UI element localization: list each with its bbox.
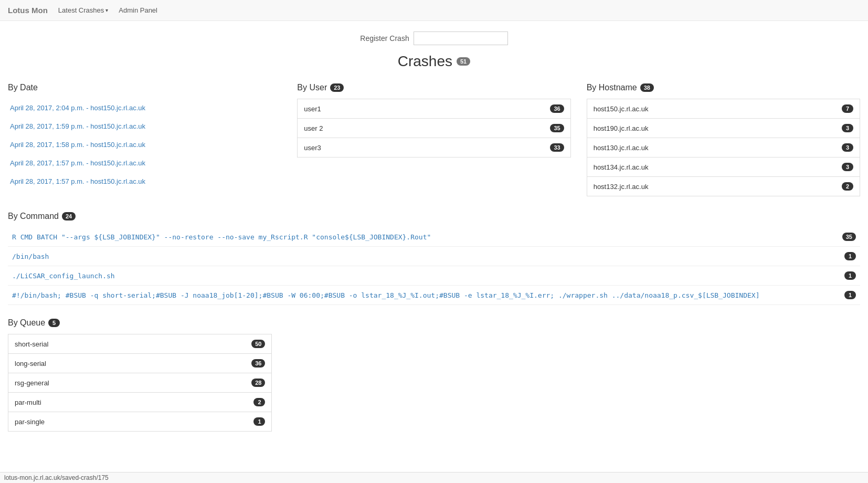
hostname-item-name: host132.jc.rl.ac.uk — [594, 183, 649, 191]
queue-item-name: par-single — [15, 418, 45, 426]
main-content: Register Crash Crashes 51 By Date April … — [0, 21, 868, 455]
list-item[interactable]: user1 36 — [297, 99, 570, 119]
date-list: April 28, 2017, 2:04 p.m. - host150.jc.r… — [8, 99, 281, 191]
command-item-text: ./LiCSAR_config_launch.sh — [12, 272, 123, 280]
user-list: user1 36 user 2 35 user3 33 — [297, 99, 570, 158]
by-command-section: By Command 24 R CMD BATCH "--args ${LSB_… — [8, 212, 860, 305]
user-item-name: user1 — [304, 105, 321, 113]
by-user-section: By User 23 user1 36 user 2 35 user3 33 — [297, 83, 570, 196]
register-crash-row: Register Crash — [8, 32, 860, 45]
list-item[interactable]: long-serial 36 — [8, 353, 272, 373]
list-item[interactable]: host134.jc.rl.ac.uk 3 — [587, 157, 860, 177]
queue-item-name: rsg-general — [15, 379, 49, 387]
list-item[interactable]: April 28, 2017, 1:57 p.m. - host150.jc.r… — [8, 172, 281, 191]
nav-admin-panel[interactable]: Admin Panel — [119, 6, 157, 14]
command-item-count: 35 — [842, 233, 856, 241]
list-item[interactable]: April 28, 2017, 1:57 p.m. - host150.jc.r… — [8, 154, 281, 173]
register-crash-label: Register Crash — [360, 34, 409, 43]
list-item[interactable]: user3 33 — [297, 138, 570, 158]
hostname-item-count: 2 — [842, 182, 853, 191]
by-queue-count-badge: 5 — [48, 319, 60, 327]
register-crash-input[interactable] — [414, 32, 508, 45]
three-column-section: By Date April 28, 2017, 2:04 p.m. - host… — [8, 83, 860, 196]
date-item-text: April 28, 2017, 1:59 p.m. - host150.jc.r… — [10, 122, 145, 130]
user-item-count: 36 — [550, 104, 564, 113]
queue-item-count: 1 — [253, 417, 265, 426]
hostname-item-name: host134.jc.rl.ac.uk — [594, 163, 649, 171]
hostname-item-name: host130.jc.rl.ac.uk — [594, 144, 649, 152]
user-item-name: user3 — [304, 144, 321, 152]
queue-item-name: short-serial — [15, 340, 48, 348]
date-item-text: April 28, 2017, 1:57 p.m. - host150.jc.r… — [10, 177, 145, 185]
command-item-text: R CMD BATCH "--args ${LSB_JOBINDEX}" --n… — [12, 233, 439, 241]
date-item-text: April 28, 2017, 2:04 p.m. - host150.jc.r… — [10, 104, 145, 112]
by-hostname-header: By Hostname 38 — [587, 83, 860, 92]
command-list: R CMD BATCH "--args ${LSB_JOBINDEX}" --n… — [8, 227, 860, 305]
user-item-count: 33 — [550, 143, 564, 152]
queue-list: short-serial 50 long-serial 36 rsg-gener… — [8, 334, 272, 432]
by-queue-header: By Queue 5 — [8, 318, 860, 328]
by-queue-title: By Queue — [8, 318, 45, 328]
hostname-item-name: host150.jc.rl.ac.uk — [594, 105, 649, 113]
list-item[interactable]: host130.jc.rl.ac.uk 3 — [587, 138, 860, 158]
list-item[interactable]: host132.jc.rl.ac.uk 2 — [587, 176, 860, 196]
list-item[interactable]: /bin/bash 1 — [8, 247, 860, 266]
by-user-title: By User — [297, 83, 327, 92]
list-item[interactable]: host150.jc.rl.ac.uk 7 — [587, 99, 860, 119]
navbar: Lotus Mon Latest Crashes ▾ Admin Panel — [0, 0, 868, 21]
queue-item-name: par-multi — [15, 398, 41, 406]
list-item[interactable]: April 28, 2017, 2:04 p.m. - host150.jc.r… — [8, 99, 281, 118]
date-item-text: April 28, 2017, 1:57 p.m. - host150.jc.r… — [10, 159, 145, 167]
hostname-item-count: 3 — [842, 163, 853, 171]
list-item[interactable]: host190.jc.rl.ac.uk 3 — [587, 118, 860, 138]
command-item-count: 1 — [844, 291, 856, 299]
command-item-text: /bin/bash — [12, 253, 57, 260]
by-command-count-badge: 24 — [62, 212, 76, 220]
by-queue-section: By Queue 5 short-serial 50 long-serial 3… — [8, 318, 860, 432]
user-item-count: 35 — [550, 124, 564, 132]
list-item[interactable]: par-multi 2 — [8, 392, 272, 412]
list-item[interactable]: par-single 1 — [8, 412, 272, 432]
by-hostname-count-badge: 38 — [640, 83, 654, 92]
list-item[interactable]: #!/bin/bash; #BSUB -q short-serial;#BSUB… — [8, 286, 860, 305]
page-title-text: Crashes — [398, 53, 452, 70]
by-user-count-badge: 23 — [330, 83, 344, 92]
list-item[interactable]: April 28, 2017, 1:59 p.m. - host150.jc.r… — [8, 117, 281, 136]
by-hostname-title: By Hostname — [587, 83, 637, 92]
by-user-header: By User 23 — [297, 83, 570, 92]
by-date-title: By Date — [8, 83, 38, 92]
list-item[interactable]: rsg-general 28 — [8, 373, 272, 393]
list-item[interactable]: April 28, 2017, 1:58 p.m. - host150.jc.r… — [8, 135, 281, 154]
hostname-item-count: 3 — [842, 124, 853, 132]
hostname-item-count: 7 — [842, 104, 853, 113]
list-item[interactable]: short-serial 50 — [8, 334, 272, 354]
list-item[interactable]: ./LiCSAR_config_launch.sh 1 — [8, 266, 860, 286]
queue-item-count: 50 — [251, 340, 265, 348]
command-item-text: #!/bin/bash; #BSUB -q short-serial;#BSUB… — [12, 291, 767, 299]
chevron-down-icon: ▾ — [105, 7, 108, 13]
date-item-text: April 28, 2017, 1:58 p.m. - host150.jc.r… — [10, 141, 145, 149]
queue-item-count: 28 — [251, 379, 265, 387]
command-item-count: 1 — [844, 252, 856, 260]
navbar-brand[interactable]: Lotus Mon — [8, 6, 48, 15]
hostname-list: host150.jc.rl.ac.uk 7 host190.jc.rl.ac.u… — [587, 99, 860, 196]
by-hostname-section: By Hostname 38 host150.jc.rl.ac.uk 7 hos… — [587, 83, 860, 196]
nav-latest-crashes-label: Latest Crashes — [58, 6, 104, 14]
queue-item-name: long-serial — [15, 360, 46, 368]
by-date-header: By Date — [8, 83, 281, 92]
by-date-section: By Date April 28, 2017, 2:04 p.m. - host… — [8, 83, 281, 196]
list-item[interactable]: R CMD BATCH "--args ${LSB_JOBINDEX}" --n… — [8, 227, 860, 247]
nav-latest-crashes[interactable]: Latest Crashes ▾ — [58, 6, 108, 14]
page-title: Crashes 51 — [8, 53, 860, 70]
by-command-header: By Command 24 — [8, 212, 860, 221]
nav-admin-panel-label: Admin Panel — [119, 6, 157, 14]
queue-item-count: 2 — [253, 398, 265, 406]
user-item-name: user 2 — [304, 124, 323, 132]
queue-item-count: 36 — [251, 359, 265, 368]
total-count-badge: 51 — [457, 57, 470, 66]
hostname-item-count: 3 — [842, 143, 853, 152]
list-item[interactable]: user 2 35 — [297, 118, 570, 138]
command-item-count: 1 — [844, 271, 856, 280]
hostname-item-name: host190.jc.rl.ac.uk — [594, 124, 649, 132]
by-command-title: By Command — [8, 212, 59, 221]
